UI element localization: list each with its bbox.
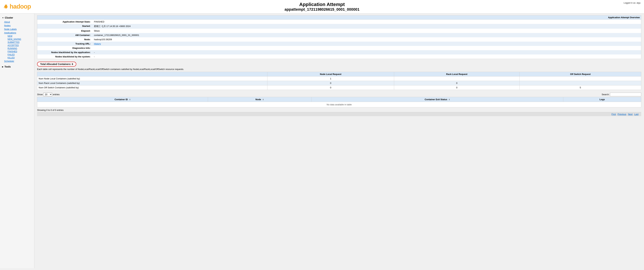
containers-row-2-off-switch: 5 [520,85,641,90]
sidebar-item-node-labels[interactable]: Node Labels [0,27,34,31]
containers-row-1-rack-local: 0 [394,81,520,85]
pagination-first[interactable]: First [612,113,616,116]
tools-arrow-icon: ▶ [2,66,4,68]
entries-select[interactable]: 20 50 100 [43,93,52,96]
containers-row-1: Num Rack Local Containers (satisfied by)… [37,81,641,85]
hadoop-logo[interactable]: hadoop [4,1,31,12]
sidebar-item-scheduler[interactable]: Scheduler [0,59,34,63]
overview-table: Application Attempt State: FINISHED Star… [37,20,641,59]
containers-row-0-off-switch [520,77,641,81]
pagination-previous[interactable]: Previous [618,113,626,116]
sidebar-item-accepted[interactable]: ACCEPTED [6,44,34,47]
sidebar-item-about[interactable]: About [0,20,34,24]
svg-rect-8 [6,8,7,9]
overview-row-am-container: AM Container: container_1721198026615_00… [37,33,641,37]
overview-row-node: Node: hadoop103:38209 [37,37,641,42]
svg-rect-7 [5,8,6,9]
overview-value-state: FINISHED [92,20,641,24]
cluster-section-header[interactable]: ▼ Cluster [0,15,34,20]
sidebar-item-new[interactable]: NEW [6,35,34,38]
pagination-next[interactable]: Next [628,113,633,116]
hadoop-text-logo: hadoop [10,3,31,10]
overview-value-tracking: History [92,42,641,46]
containers-table-header-row: Node Local Request Rack Local Request Of… [37,72,641,77]
cluster-label: Cluster [5,16,13,19]
containers-row-0-node-local: 1 [267,77,394,81]
data-table-header-row: Container ID ⇕ Node ⇕ Container Exit Sta… [37,97,641,102]
overview-label-tracking: Tracking URL: [37,42,92,46]
show-label: Show [37,93,43,96]
entries-label: entries [53,93,60,96]
containers-col-rack-local: Rack Local Request [394,72,520,77]
containers-row-0-rack-local [394,77,520,81]
col-logs: Logs [563,97,641,102]
page-title-block: Application Attempt appattempt_172119802… [284,2,360,12]
no-data-message: No data available in table [37,102,641,107]
page-header: hadoop Application Attempt appattempt_17… [0,0,644,14]
overview-row-started: Started: 星期三 七月 17 14:35:16 +0800 2024 [37,24,641,29]
sidebar-item-killed[interactable]: KILLED [6,56,34,59]
main-content: Application Attempt Overview Application… [34,14,644,268]
show-entries-control: Show 20 50 100 entries [37,93,60,96]
overview-label-blacklisted-system: Nodes blacklisted by the system: [37,55,92,59]
sidebar-item-finished[interactable]: FINISHED [6,50,34,53]
containers-row-1-label: Num Rack Local Containers (satisfied by) [37,81,268,85]
overview-value-node: hadoop103:38209 [92,37,641,42]
exit-status-sort-icon[interactable]: ⇕ [448,99,450,101]
tracking-url-link[interactable]: History [94,43,101,45]
overview-row-blacklisted-app: Nodes blacklisted by the application: - [37,50,641,55]
container-id-sort-icon[interactable]: ⇕ [129,99,130,101]
overview-row-blacklisted-system: Nodes blacklisted by the system: - [37,55,641,59]
elephant-icon [4,2,8,11]
allocated-section: Total Allocated Containers: 6 Each table… [37,62,641,90]
overview-value-elapsed: 58sec [92,29,641,33]
containers-row-1-off-switch [520,81,641,85]
datatable-info: Showing 0 to 0 of 0 entries [37,108,641,112]
datatable-controls: Show 20 50 100 entries Search: [37,93,641,96]
overview-label-am-container: AM Container: [37,33,92,37]
containers-col-node-local: Node Local Request [267,72,394,77]
overview-value-blacklisted-app: - [92,50,641,55]
sidebar-item-applications[interactable]: Applications [0,31,34,35]
allocated-title: Total Allocated Containers: 6 [37,62,76,67]
overview-label-started: Started: [37,24,92,29]
containers-row-0: Num Node Local Containers (satisfied by)… [37,77,641,81]
overview-value-am-container: container_1721198026615_0001_01_000001 [92,33,641,37]
sidebar-item-submitted[interactable]: SUBMITTED [6,41,34,44]
overview-value-diagnostics [92,46,641,50]
node-sort-icon[interactable]: ⇕ [262,99,264,101]
search-label: Search: [602,93,610,96]
tools-label: Tools [4,65,11,68]
overview-row-tracking: Tracking URL: History [37,42,641,46]
search-box: Search: [602,93,641,96]
no-data-row: No data available in table [37,102,641,107]
overview-row-elapsed: Elapsed: 58sec [37,29,641,33]
overview-row-state: Application Attempt State: FINISHED [37,20,641,24]
sidebar-item-nodes[interactable]: Nodes [0,24,34,27]
col-container-id: Container ID ⇕ [37,97,208,102]
overview-section: Application Attempt Overview Application… [37,15,641,59]
overview-value-started: 星期三 七月 17 14:35:16 +0800 2024 [92,24,641,29]
overview-label-state: Application Attempt State: [37,20,92,24]
tools-section-header[interactable]: ▶ Tools [0,64,34,69]
containers-table: Node Local Request Rack Local Request Of… [37,72,641,90]
sidebar-item-new-saving[interactable]: NEW_SAVING [6,38,34,41]
pagination-last[interactable]: Last [634,113,638,116]
page-subtitle: appattempt_1721198026615_0001_000001 [284,7,360,12]
page-main-title: Application Attempt [284,2,360,7]
main-layout: ▼ Cluster About Nodes Node Labels Applic… [0,14,644,268]
app-sub-links: NEW NEW_SAVING SUBMITTED ACCEPTED RUNNIN… [0,35,34,59]
col-node: Node ⇕ [208,97,311,102]
cluster-arrow-icon: ▼ [2,17,4,19]
sidebar-item-running[interactable]: RUNNING [6,47,34,50]
logged-in-info: Logged in as: atgu [624,2,640,4]
containers-row-2: Num Off Switch Containers (satisfied by)… [37,85,641,90]
overview-label-diagnostics: Diagnostics Info: [37,46,92,50]
sidebar-item-failed[interactable]: FAILED [6,53,34,56]
containers-col-off-switch: Off Switch Request [520,72,641,77]
sidebar: ▼ Cluster About Nodes Node Labels Applic… [0,14,34,268]
search-input[interactable] [610,93,641,96]
containers-row-2-node-local: 0 [267,85,394,90]
overview-value-blacklisted-system: - [92,55,641,59]
pagination-bar: First Previous Next Last [37,112,641,116]
